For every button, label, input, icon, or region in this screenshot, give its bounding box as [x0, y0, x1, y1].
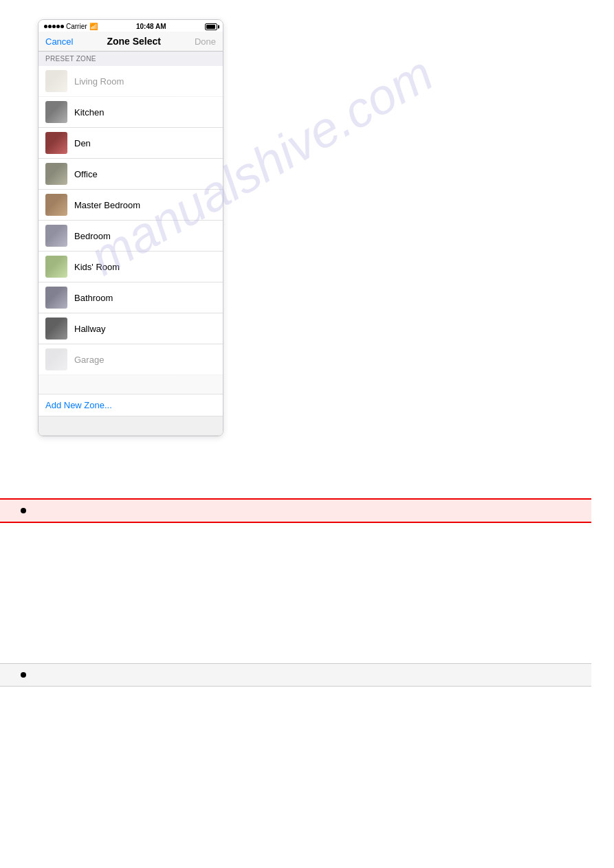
- zone-thumb-office: [45, 163, 67, 185]
- zone-thumb-bathroom: [45, 287, 67, 309]
- zone-label-master-bedroom: Master Bedroom: [74, 200, 140, 210]
- zone-label-den: Den: [74, 138, 91, 148]
- zone-item-kitchen[interactable]: Kitchen: [39, 97, 223, 128]
- zone-item-garage[interactable]: Garage: [39, 344, 223, 375]
- phone-frame: Carrier 📶 10:48 AM Cancel Zone Select Do…: [38, 19, 223, 436]
- battery-fill: [206, 25, 215, 29]
- zone-label-bedroom: Bedroom: [74, 231, 111, 241]
- zone-item-hallway[interactable]: Hallway: [39, 313, 223, 344]
- carrier-label: Carrier: [66, 23, 87, 30]
- nav-bar: Cancel Zone Select Done: [39, 32, 223, 52]
- status-right: [205, 23, 217, 30]
- time-display: 10:48 AM: [98, 23, 205, 30]
- status-left: Carrier 📶: [44, 23, 98, 30]
- empty-zone-row: [39, 375, 223, 394]
- red-row-bullet: [21, 508, 26, 513]
- zone-label-hallway: Hallway: [74, 324, 106, 334]
- section-header-label: PRESET ZONE: [45, 55, 96, 63]
- zone-item-master-bedroom[interactable]: Master Bedroom: [39, 190, 223, 221]
- zone-label-garage: Garage: [74, 355, 104, 365]
- zone-thumb-garage: [45, 348, 67, 370]
- add-new-zone-button[interactable]: Add New Zone...: [39, 394, 223, 416]
- zone-list: Living Room Kitchen Den Office Master Be…: [39, 66, 223, 375]
- preset-zone-header: PRESET ZONE: [39, 52, 223, 66]
- zone-thumb-den: [45, 132, 67, 154]
- add-new-zone-label: Add New Zone...: [45, 400, 112, 410]
- zone-label-kids-room: Kids' Room: [74, 262, 120, 272]
- zone-item-kids-room[interactable]: Kids' Room: [39, 252, 223, 282]
- red-highlight-row: [0, 498, 591, 523]
- signal-dot-3: [52, 25, 56, 28]
- zone-item-bathroom[interactable]: Bathroom: [39, 282, 223, 313]
- signal-dot-1: [44, 25, 47, 28]
- zone-item-bedroom[interactable]: Bedroom: [39, 221, 223, 252]
- zone-label-living-room: Living Room: [74, 76, 124, 87]
- zone-thumb-master-bedroom: [45, 194, 67, 216]
- zone-item-den[interactable]: Den: [39, 128, 223, 159]
- signal-dot-5: [61, 25, 64, 28]
- status-bar: Carrier 📶 10:48 AM: [39, 20, 223, 32]
- signal-dot-2: [48, 25, 52, 28]
- zone-thumb-kitchen: [45, 101, 67, 123]
- zone-thumb-hallway: [45, 318, 67, 340]
- battery-icon: [205, 23, 217, 30]
- zone-label-office: Office: [74, 169, 98, 179]
- zone-label-kitchen: Kitchen: [74, 107, 104, 118]
- zone-item-living-room[interactable]: Living Room: [39, 66, 223, 97]
- zone-thumb-bedroom: [45, 225, 67, 247]
- nav-title: Zone Select: [107, 36, 161, 47]
- zone-thumb-living-room: [45, 70, 67, 92]
- zone-item-office[interactable]: Office: [39, 159, 223, 190]
- done-button[interactable]: Done: [195, 36, 216, 47]
- wifi-icon: 📶: [89, 23, 98, 30]
- signal-dots: [44, 25, 64, 28]
- cancel-button[interactable]: Cancel: [45, 36, 73, 47]
- gray-row-bullet: [21, 672, 26, 678]
- bottom-input-area: [39, 416, 223, 436]
- gray-row: [0, 663, 591, 687]
- zone-label-bathroom: Bathroom: [74, 293, 113, 303]
- signal-dot-4: [56, 25, 60, 28]
- zone-thumb-kids-room: [45, 256, 67, 278]
